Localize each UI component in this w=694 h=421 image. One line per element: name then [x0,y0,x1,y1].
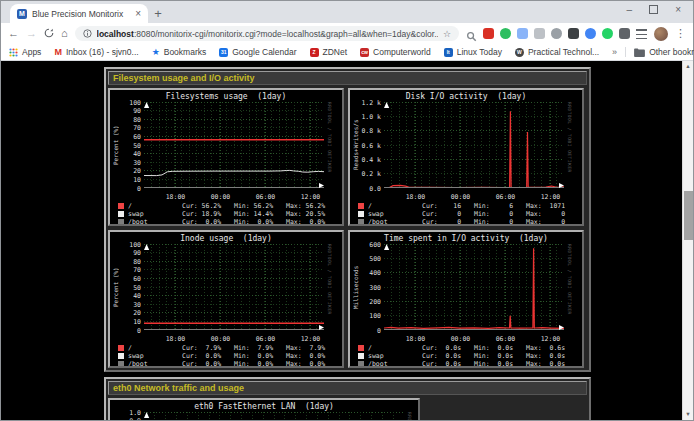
evernote-extension-icon[interactable] [500,28,511,39]
dark-mode-extension-icon[interactable] [568,28,579,39]
scrollbar-down-arrow[interactable]: ▼ [683,409,693,420]
window-maximize-button[interactable] [649,5,658,14]
speaker-extension-icon[interactable] [551,28,562,39]
new-tab-button[interactable]: + [148,5,168,23]
y-axis-label: Percent (%) [112,102,121,188]
section-header-filesystem: Filesystem usage and I/O activity [108,71,587,85]
address-bar[interactable]: localhost:8080/monitorix-cgi/monitorix.c… [75,26,459,41]
legend-value: Max: 0.0s [526,352,578,360]
y-tick-label: 0.6 k [361,142,381,150]
info-icon[interactable] [83,29,92,38]
legend-swatch [358,353,364,359]
y-tick-label: 0 [137,185,141,193]
legend-value: Cur: 18.9% [182,210,234,218]
browser-toolbar: ← → ⌂ localhost:8080/monitorix-cgi/monit… [1,23,693,44]
graph-panel-time-spent-io[interactable]: Time spent in I/O activity (1day)Millise… [348,230,584,368]
legend-row: /bootCur: 0.0%Min: 0.0%Max: 0.0% [118,360,338,368]
bookmarks-bar: AppsMInbox (16) - sjvn0...★Bookmarks31Go… [1,44,693,61]
y-axis-ticks: 1.2 k1.0 k0.8 k0.6 k0.4 k0.2 k0.0 [361,102,384,188]
forward-button-icon[interactable]: → [26,28,37,39]
y-tick-label: 20 [133,167,141,175]
tab-close-icon[interactable]: × [135,9,141,19]
legend-swatch [358,345,364,351]
search-extension-icon[interactable] [466,28,477,39]
bookmark-linux-today[interactable]: ltLinux Today [444,47,502,57]
browser-tab[interactable]: M Blue Precision Monitorix × [10,4,148,23]
mail-extension-icon[interactable] [483,28,494,39]
legend-label: swap [368,210,422,218]
bookmark-computerworld[interactable]: cwComputerworld [360,47,431,57]
graph-panel-filesystems-usage[interactable]: Filesystems usage (1day)Percent (%)10090… [108,88,344,226]
scrollbar[interactable]: ▲ ▼ [682,61,693,420]
x-tick-label: 00:00 [448,193,474,201]
bookmarks-overflow-chevron[interactable]: » [612,47,617,57]
legend-value: Max: 7.9% [286,344,338,352]
y-tick-label: 70 [133,124,141,132]
rrdtool-watermark: RRDTOOL / TOBI OETIKER [324,102,332,188]
window-close-button[interactable]: × [675,4,681,15]
bookmark-practical-technology[interactable]: WPractical Technol... [515,47,599,57]
y-tick-label: 1.0 k [361,113,381,121]
url-text[interactable]: localhost:8080/monitorix-cgi/monitorix.c… [97,29,438,39]
legend-value: Cur: 0.0s [422,344,474,352]
bookmark-apps[interactable]: Apps [9,47,41,57]
screenshot-extension-icon[interactable] [534,28,545,39]
graph-panel-eth0-traffic[interactable]: eth0 FastEthernet LAN (1day)1.00.90.80.7… [108,398,420,420]
folder-icon [634,48,645,57]
bookmark-bookmarks[interactable]: ★Bookmarks [152,47,207,57]
profile-avatar[interactable] [654,27,668,41]
bookmark-star-icon[interactable]: ☆ [443,29,451,39]
x-tick-label: 06:00 [493,335,519,343]
legend-value: Min: 0.0% [234,360,286,368]
graph-title: eth0 FastEthernet LAN (1day) [112,402,416,412]
scrollbar-up-arrow[interactable]: ▲ [683,61,693,72]
graph-panel-inode-usage[interactable]: Inode usage (1day)Percent (%)10090807060… [108,230,344,368]
other-bookmarks-button[interactable]: Other bookmarks [634,47,694,57]
y-tick-label: 500 [369,255,381,263]
gmail-m-icon: M [54,47,62,57]
plot-area [384,244,564,334]
legend-value: Cur: 56.2% [182,202,234,210]
graph-body: 1.00.90.80.70.60.50.40.30.20.10.0RRDTOOL… [112,412,416,420]
legend-value: Max: 20.5% [286,210,338,218]
legend-swatch [358,211,364,217]
plot-area [384,102,564,192]
section-network: eth0 Network traffic and usage eth0 Fast… [104,377,591,420]
bookmark-google-calendar[interactable]: 31Google Calendar [219,47,296,57]
y-tick-label: 60 [133,275,141,283]
monitorix-page: Filesystem usage and I/O activity Filesy… [104,67,591,420]
y-tick-label: 300 [369,284,381,292]
y-tick-label: 50 [133,142,141,150]
meet-extension-icon[interactable] [585,28,596,39]
y-tick-label: 600 [369,241,381,249]
puzzle-extensions-icon[interactable] [619,28,630,39]
legend-value: Min: 0.0s [474,360,526,368]
y-tick-label: 30 [133,301,141,309]
y-tick-label: 1.0 [129,409,141,417]
graph-panel-disk-io-activity[interactable]: Disk I/O activity (1day)Reads+Writes/s1.… [348,88,584,226]
legend-swatch [358,361,364,367]
bookmark-inbox[interactable]: MInbox (16) - sjvn0... [54,47,138,57]
graph-legend: /Cur: 16Min: 6Max: 1071swapCur: 0Min: 0M… [358,202,578,226]
bookmark-zdnet[interactable]: ZZDNet [310,47,348,57]
back-button-icon[interactable]: ← [8,28,19,39]
whatsapp-extension-icon[interactable] [602,28,613,39]
graph-body: Milliseconds6005004003002001000RRDTOOL /… [352,244,580,334]
legend-value: Min: 0 [474,210,526,218]
url-host: localhost [97,29,134,39]
legend-value: Cur: 0.0% [182,360,234,368]
x-tick-label: 12:00 [538,335,564,343]
legend-row: /Cur: 7.9%Min: 7.9%Max: 7.9% [118,344,338,352]
reload-button-icon[interactable] [44,28,54,40]
browser-menu-icon[interactable]: ⋮ [675,27,686,40]
window-minimize-button[interactable]: – [627,4,633,15]
scrollbar-thumb[interactable] [684,191,693,240]
legend-swatch [118,203,124,209]
copy-extension-icon[interactable] [517,28,528,39]
reading-list-icon[interactable] [636,29,647,39]
legend-value: Min: 0.0s [474,352,526,360]
home-button-icon[interactable]: ⌂ [61,28,68,39]
bookmark-label: Inbox (16) - sjvn0... [66,47,139,57]
graph-legend: /Cur: 56.2%Min: 56.2%Max: 56.2%swapCur: … [118,202,338,226]
y-axis-ticks: 1.00.90.80.70.60.50.40.30.20.10.0 [121,412,144,420]
